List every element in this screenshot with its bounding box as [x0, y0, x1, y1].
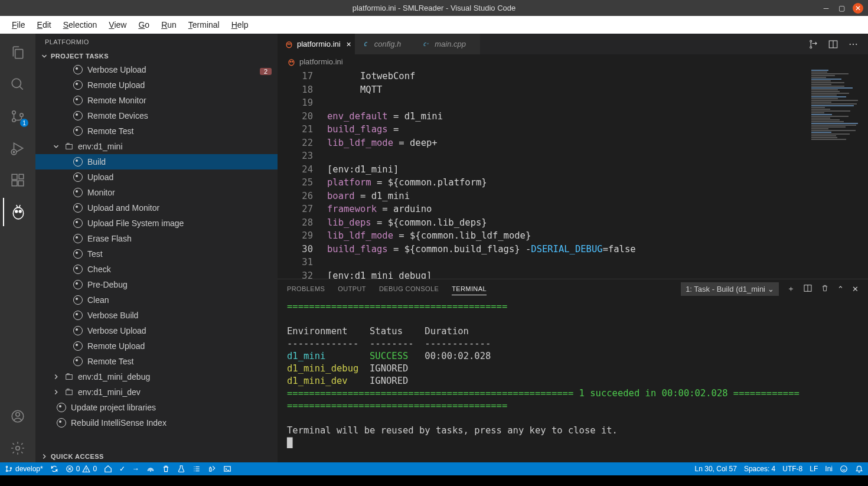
task-update-project-libraries[interactable]: Update project libraries	[35, 400, 278, 415]
task-pre-debug[interactable]: Pre-Debug	[35, 277, 278, 292]
task-remote-upload[interactable]: Remote Upload	[35, 77, 278, 93]
source-control-icon[interactable]: 1	[4, 102, 32, 131]
task-monitor[interactable]: Monitor	[35, 185, 278, 200]
extensions-icon[interactable]	[4, 166, 32, 194]
kill-terminal-icon[interactable]	[821, 284, 829, 294]
tab-main-cpp[interactable]: C⁺main.cpp	[415, 34, 480, 54]
task-test[interactable]: Test	[35, 246, 278, 262]
menu-go[interactable]: Go	[132, 18, 155, 32]
platformio-icon[interactable]	[3, 198, 32, 226]
run-debug-icon[interactable]	[4, 134, 32, 162]
env-env-d1_mini[interactable]: env:d1_mini	[35, 139, 278, 154]
menu-edit[interactable]: Edit	[31, 18, 57, 32]
terminal-selector[interactable]: 1: Task - Build (d1_mini ⌄	[681, 282, 779, 296]
accounts-icon[interactable]	[4, 402, 32, 430]
task-check[interactable]: Check	[35, 262, 278, 277]
task-upload-file-system-image[interactable]: Upload File System image	[35, 216, 278, 231]
run-task-icon	[73, 157, 83, 167]
chevron-icon	[52, 373, 60, 381]
menu-selection[interactable]: Selection	[57, 18, 103, 32]
task-remote-upload[interactable]: Remote Upload	[35, 338, 278, 354]
more-actions-icon[interactable]	[848, 39, 859, 50]
compare-changes-icon[interactable]	[808, 39, 818, 50]
task-verbose-upload[interactable]: Verbose Upload	[35, 62, 278, 77]
task-remote-test[interactable]: Remote Test	[35, 354, 278, 369]
cursor-position[interactable]: Ln 30, Col 57	[695, 465, 737, 473]
pio-home-icon[interactable]	[104, 465, 112, 473]
section-project-tasks[interactable]: PROJECT TASKS	[35, 50, 278, 62]
pio-remote-icon[interactable]	[146, 465, 155, 473]
task-remote-monitor[interactable]: Remote Monitor	[35, 93, 278, 108]
pio-test-icon[interactable]	[177, 465, 185, 473]
encoding[interactable]: UTF-8	[782, 465, 802, 473]
pio-tasks-icon[interactable]	[192, 465, 201, 473]
language-mode[interactable]: Ini	[825, 465, 833, 473]
task-verbose-build[interactable]: Verbose Build	[35, 308, 278, 323]
pio-terminal-icon[interactable]	[223, 465, 231, 473]
search-icon[interactable]	[4, 70, 32, 99]
svg-point-0	[12, 79, 21, 87]
breadcrumb[interactable]: platformio.ini	[278, 54, 868, 69]
tab-platformio-ini[interactable]: platformio.ini×	[278, 34, 355, 54]
git-branch[interactable]: develop*	[5, 465, 43, 473]
pio-serial-icon[interactable]	[208, 465, 216, 473]
task-remote-devices[interactable]: Remote Devices	[35, 108, 278, 123]
panel-tab-output[interactable]: OUTPUT	[338, 283, 366, 295]
section-quick-access[interactable]: QUICK ACCESS	[35, 451, 278, 462]
split-terminal-icon[interactable]	[803, 283, 812, 295]
feedback-icon[interactable]	[840, 465, 848, 473]
terminal-output[interactable]: ========================================…	[278, 298, 868, 462]
panel-tab-debug-console[interactable]: DEBUG CONSOLE	[379, 283, 439, 295]
explorer-icon[interactable]	[4, 38, 32, 67]
env-env-d1_mini_debug[interactable]: env:d1_mini_debug	[35, 369, 278, 384]
run-task-icon	[73, 172, 83, 182]
task-upload[interactable]: Upload	[35, 169, 278, 185]
settings-gear-icon[interactable]	[4, 434, 32, 462]
maximize-button[interactable]: ▢	[837, 4, 846, 12]
maximize-panel-icon[interactable]: ⌃	[837, 285, 844, 293]
close-panel-icon[interactable]: ✕	[852, 285, 859, 293]
menu-terminal[interactable]: Terminal	[182, 18, 226, 32]
eol[interactable]: LF	[810, 465, 818, 473]
svg-rect-19	[66, 145, 73, 149]
menu-bar: FileEditSelectionViewGoRunTerminalHelp	[0, 16, 868, 34]
task-clean[interactable]: Clean	[35, 292, 278, 308]
notifications-icon[interactable]	[855, 465, 863, 473]
env-env-d1_mini_dev[interactable]: env:d1_mini_dev	[35, 384, 278, 400]
errors-warnings[interactable]: 0 0	[66, 465, 97, 473]
task-verbose-upload[interactable]: Verbose Upload	[35, 323, 278, 338]
svg-point-38	[290, 61, 292, 63]
run-task-icon	[73, 249, 83, 259]
minimap[interactable]	[809, 69, 865, 164]
panel-tab-problems[interactable]: PROBLEMS	[287, 283, 325, 295]
activity-bar: 1	[0, 34, 35, 462]
menu-help[interactable]: Help	[226, 18, 254, 32]
editor-tabs: platformio.ini×Cconfig.hC⁺main.cpp	[278, 34, 868, 54]
svg-rect-20	[67, 143, 70, 145]
close-button[interactable]: ✕	[853, 3, 863, 14]
task-rebuild-intellisense-index[interactable]: Rebuild IntelliSense Index	[35, 415, 278, 430]
panel-tab-terminal[interactable]: TERMINAL	[452, 283, 487, 295]
task-erase-flash[interactable]: Erase Flash	[35, 231, 278, 246]
menu-view[interactable]: View	[103, 18, 132, 32]
indentation[interactable]: Spaces: 4	[744, 465, 775, 473]
run-task-icon	[73, 203, 83, 213]
task-upload-and-monitor[interactable]: Upload and Monitor	[35, 200, 278, 216]
pio-clean-icon[interactable]	[162, 465, 170, 473]
task-remote-test[interactable]: Remote Test	[35, 123, 278, 139]
pio-build-icon[interactable]: ✓	[119, 465, 125, 473]
svg-rect-7	[12, 174, 17, 180]
pio-upload-icon[interactable]: →	[132, 465, 139, 473]
tab-config-h[interactable]: Cconfig.h	[355, 34, 416, 54]
code-editor[interactable]: 17181920212223242526272829303132 IotwebC…	[278, 69, 868, 279]
menu-file[interactable]: File	[6, 18, 31, 32]
close-tab-icon[interactable]: ×	[347, 40, 351, 49]
minimize-button[interactable]: ─	[822, 4, 830, 12]
svg-rect-23	[66, 390, 73, 395]
split-editor-icon[interactable]	[828, 39, 838, 50]
svg-point-25	[286, 42, 292, 48]
new-terminal-icon[interactable]: ＋	[787, 283, 795, 294]
menu-run[interactable]: Run	[155, 18, 182, 32]
sync-icon[interactable]	[50, 465, 58, 473]
task-build[interactable]: Build	[35, 154, 278, 169]
